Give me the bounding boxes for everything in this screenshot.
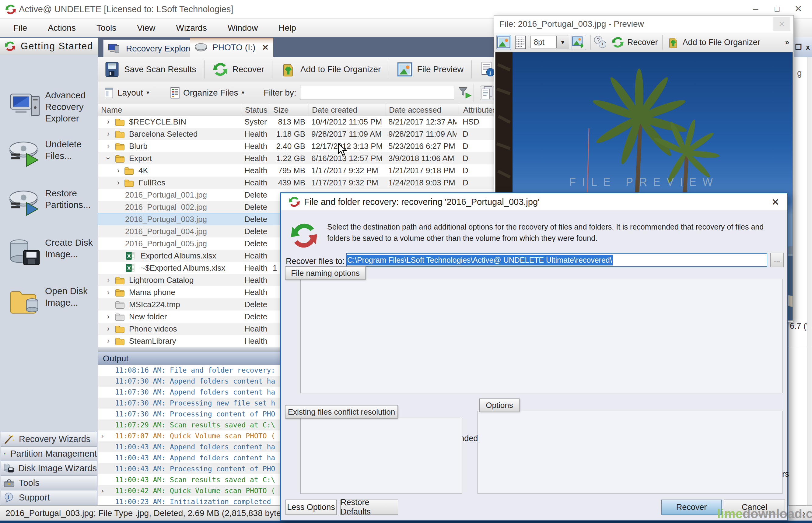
toolbar-save-scan-results-button[interactable]: Save Scan Results [98,58,202,80]
dialog-close-icon[interactable]: ✕ [771,196,779,208]
export-image-icon[interactable] [572,35,586,50]
recover-to-input[interactable]: C:\Program Files\LSoft Technologies\Acti… [346,253,767,267]
cell-status: Healthy [244,250,266,262]
folder-icon [115,117,125,126]
cell-date-accessed: 1/21/2017 9:18 PM [388,164,457,177]
menu-item-tools[interactable]: Tools [86,19,127,37]
drive-icon [194,42,207,53]
folder-icon [115,288,125,297]
sidebar-section-wand[interactable]: ✦✦✦Recovery Wizards [1,432,97,447]
toolbar-button-label: Add to File Organizer [300,65,381,74]
vertical-scrollbar[interactable] [807,57,812,505]
preview-organizer-label: Add to File Organizer [683,38,760,47]
sidebar-item-folder-db[interactable]: Open Disk Image... [0,284,98,339]
browse-button[interactable]: ... [770,253,784,267]
sidebar-section-support[interactable]: iSupport [1,490,97,505]
maximize-button[interactable]: □ [767,2,788,16]
tab-close-icon[interactable]: ✕ [262,43,269,52]
less-options-button[interactable]: Less Options [285,500,337,515]
menu-item-wizards[interactable]: Wizards [166,19,217,37]
expander-icon[interactable]: › [107,335,110,347]
options-group-tab[interactable]: Options [479,398,519,412]
recover-to-value: C:\Program Files\LSoft Technologies\Acti… [347,255,613,266]
menu-item-file[interactable]: File [0,19,37,37]
output-title: Output [103,354,128,363]
organize-files-button[interactable]: Organize Files ▼ [166,84,249,102]
menu-item-window[interactable]: Window [217,19,269,37]
expander-icon[interactable]: › [117,177,119,189]
tab-photo-drive[interactable]: PHOTO (I:)✕ [190,38,273,57]
sidebar-section-diskimg[interactable]: Disk Image Wizards [1,461,97,476]
mdi-restore-button[interactable]: ❐ [795,43,802,51]
log-expander-icon[interactable]: › [100,432,105,440]
preview-recover-button[interactable]: Recover [611,36,658,49]
column-header-date-created[interactable]: Date created [309,104,386,116]
sidebar-section-label: Recovery Wizards [19,434,90,444]
menu-item-actions[interactable]: Actions [37,19,86,37]
preview-organizer-button[interactable]: Add to File Organizer [667,36,760,49]
expander-icon[interactable]: › [107,323,110,335]
sidebar-section-partition[interactable]: Partition Management [1,446,97,461]
column-header-size[interactable]: Size [270,104,309,116]
app-window: Active@ UNDELETE [Licensed to: LSoft Tec… [0,0,812,523]
db-floppy-icon [9,237,41,269]
log-expander-icon[interactable]: › [100,487,105,495]
menu-item-view[interactable]: View [127,19,166,37]
help-report-icon[interactable]: ?! [593,35,607,50]
minimize-button[interactable]: – [745,2,767,16]
expander-icon[interactable]: › [107,286,110,298]
file-name: Blurb [129,140,242,152]
toolbar-overflow-icon[interactable]: » [785,38,789,47]
sidebar-item-disk-play-blue[interactable]: Restore Partitions... [0,186,98,241]
getting-started-icon [4,40,16,52]
sidebar-item-computer[interactable]: Advanced Recovery Explorer [0,88,98,143]
sidebar-section-toolbox[interactable]: Tools [1,475,97,490]
naming-group-tab[interactable]: File naming options [285,266,366,280]
cell-status: Healthy [244,152,266,164]
site-watermark: limedownload.com [717,507,812,521]
expander-icon[interactable]: › [117,164,119,177]
close-button[interactable]: ✕ [788,2,809,16]
sidebar: Getting Started Advanced Recovery Explor… [0,37,98,505]
file-name: MSIca224.tmp [129,298,242,310]
expander-icon[interactable]: › [107,116,110,128]
expander-icon[interactable]: › [107,128,110,140]
svg-text:!: ! [602,42,603,48]
toolbar-add-to-file-organizer-button[interactable]: Add to File Organizer [274,58,387,80]
mdi-close-button[interactable]: x [806,43,810,51]
view-mode-copy-icon[interactable] [480,86,494,100]
column-header-status[interactable]: Status [242,104,270,116]
font-size-dropdown-icon[interactable]: ▼ [557,36,569,49]
font-size-select[interactable]: 8pt ▼ [531,36,569,49]
filter-input[interactable] [300,86,454,100]
apply-filter-icon[interactable] [458,86,472,100]
cell-status: Deleted [244,298,266,310]
recover-button[interactable]: Recover [661,500,722,515]
restore-defaults-button[interactable]: Restore Defaults [340,500,398,515]
toolbar-file-preview-button[interactable]: File Preview [391,58,469,80]
image-view-icon[interactable] [496,35,511,50]
diskimg-icon [4,463,14,474]
layout-button[interactable]: Layout ▼ [100,84,154,102]
expander-icon[interactable]: › [107,140,110,152]
hex-view-icon[interactable] [513,35,528,50]
file-name: Export [129,152,242,164]
sidebar-item-disk-play-green[interactable]: Undelete Files... [0,137,98,192]
toolbar-recover-button[interactable]: Recover [206,58,270,80]
folder-icon [115,142,125,151]
naming-group-box [300,279,782,393]
sidebar-item-db-floppy[interactable]: Create Disk Image... [0,236,98,290]
expander-icon[interactable]: › [107,310,110,323]
column-header-name[interactable]: Name [98,104,242,116]
preview-close-button[interactable]: ✕ [773,17,790,31]
file-preview-watermark: FILE PREVIEW [569,176,719,188]
sidebar-section-label: Disk Image Wizards [18,463,97,473]
excel-icon: X [125,251,135,260]
expander-icon[interactable]: › [107,274,110,286]
conflict-group-tab[interactable]: Existing files conflict resolution [285,405,398,419]
menu-item-help[interactable]: Help [268,19,307,37]
tab-label: Recovery Explorer [126,44,196,54]
expander-icon[interactable]: › [102,157,114,160]
cell-status: Deleted [244,237,266,250]
column-header-date-accessed[interactable]: Date accessed [386,104,460,116]
